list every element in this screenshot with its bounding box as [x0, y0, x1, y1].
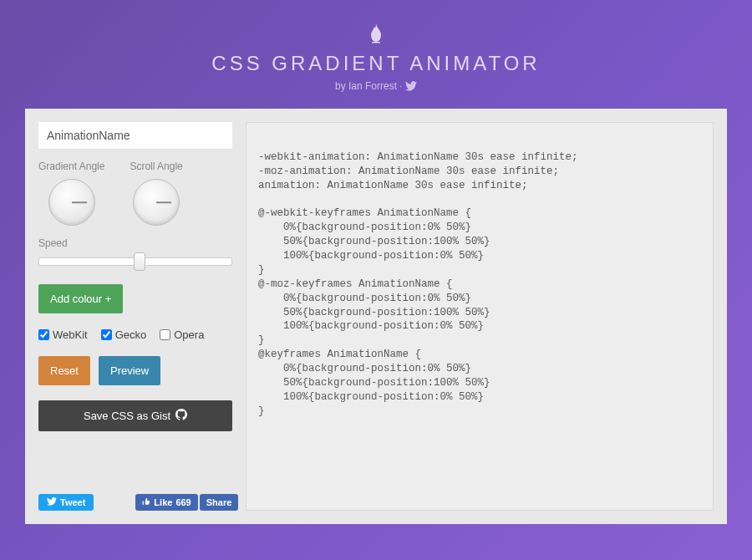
save-gist-label: Save CSS as Gist	[84, 410, 170, 422]
speed-slider[interactable]	[38, 254, 232, 269]
fb-like-label: Like	[154, 497, 172, 507]
twitter-icon[interactable]	[405, 82, 417, 94]
webkit-label: WebKit	[53, 328, 88, 341]
opera-checkbox[interactable]	[160, 329, 170, 340]
save-gist-button[interactable]: Save CSS as Gist	[38, 400, 232, 431]
webkit-checkbox[interactable]	[38, 329, 49, 340]
opera-check[interactable]: Opera	[160, 328, 204, 341]
slider-thumb[interactable]	[134, 252, 145, 271]
github-icon	[175, 409, 187, 423]
preview-button[interactable]: Preview	[99, 356, 160, 385]
author-link[interactable]: Ian Forrest	[348, 80, 397, 92]
vendor-checks: WebKit Gecko Opera	[38, 328, 232, 341]
animation-name-input[interactable]	[38, 122, 232, 149]
scroll-angle-dial[interactable]	[133, 179, 180, 226]
add-colour-button[interactable]: Add colour +	[38, 284, 123, 313]
byline-separator: ·	[397, 80, 405, 92]
main-panel: Gradient Angle Scroll Angle Speed Add co…	[25, 109, 727, 524]
gecko-check[interactable]: Gecko	[101, 328, 147, 341]
svg-rect-0	[372, 42, 380, 43]
webkit-check[interactable]: WebKit	[38, 328, 88, 341]
tweet-button[interactable]: Tweet	[38, 494, 94, 511]
thumbs-up-icon	[142, 497, 150, 507]
fb-share-button[interactable]: Share	[200, 494, 239, 511]
tweet-label: Tweet	[60, 497, 85, 507]
fb-like-count: 669	[175, 497, 191, 507]
action-row: Reset Preview	[38, 356, 232, 385]
controls-column: Gradient Angle Scroll Angle Speed Add co…	[38, 122, 232, 511]
reset-button[interactable]: Reset	[38, 356, 90, 385]
scroll-angle-group: Scroll Angle	[130, 160, 182, 226]
code-output[interactable]: -webkit-animation: AnimationName 30s eas…	[246, 122, 714, 511]
gecko-checkbox[interactable]	[101, 329, 112, 340]
page-title: CSS GRADIENT ANIMATOR	[0, 52, 752, 75]
gecko-label: Gecko	[115, 328, 147, 341]
app-header: CSS GRADIENT ANIMATOR by Ian Forrest ·	[0, 0, 752, 109]
byline: by Ian Forrest ·	[0, 80, 752, 94]
twitter-bird-icon	[47, 497, 57, 507]
dials-row: Gradient Angle Scroll Angle	[38, 160, 232, 226]
flame-icon	[0, 23, 752, 47]
gradient-angle-label: Gradient Angle	[38, 160, 104, 172]
social-row: Tweet Like 669 Share	[38, 494, 232, 511]
fb-like-button[interactable]: Like 669	[135, 494, 197, 511]
opera-label: Opera	[174, 328, 204, 341]
scroll-angle-label: Scroll Angle	[130, 160, 182, 172]
speed-label: Speed	[38, 237, 232, 249]
byline-prefix: by	[335, 80, 348, 92]
gradient-angle-group: Gradient Angle	[38, 160, 104, 226]
fb-share-label: Share	[206, 497, 232, 507]
gradient-angle-dial[interactable]	[48, 179, 95, 226]
facebook-group: Like 669 Share	[135, 494, 238, 511]
